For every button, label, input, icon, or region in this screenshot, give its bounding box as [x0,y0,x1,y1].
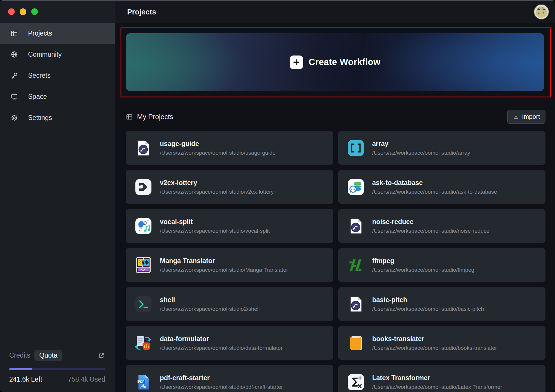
project-name: data-formulator [160,335,283,343]
chat-database-icon [347,179,364,195]
import-label: Import [522,113,540,121]
sidebar-item-settings[interactable]: Settings [0,107,115,128]
project-name: basic-pitch [372,296,484,304]
project-path: /Users/az/workspace/oomol-studio/array [372,150,470,156]
project-path: /Users/az/workspace/oomol-studio/basic-p… [372,306,484,312]
sidebar-item-secrets[interactable]: Secrets [0,65,115,86]
project-path: /Users/az/workspace/oomol-studio/noise-r… [372,228,490,234]
project-name: noise-reduce [372,218,490,226]
grid-icon [10,29,18,37]
monitor-icon [10,93,18,101]
project-card-text: Latex Transformer/Users/az/workspace/oom… [372,374,502,390]
workflow-document-icon [135,140,152,156]
workflow-document-icon [347,218,364,234]
project-name: shell [160,296,260,304]
credits-tab[interactable]: Credits [9,352,30,359]
sidebar-item-space[interactable]: Space [0,86,115,107]
user-avatar[interactable] [534,4,549,20]
project-path: /Users/az/workspace/oomol-studio/Manga T… [160,267,288,273]
minimize-window-button[interactable] [20,8,26,15]
project-card-text: v2ex-lottery/Users/az/workspace/oomol-st… [160,179,274,195]
project-card-latex-transformer[interactable]: Latex Transformer/Users/az/workspace/oom… [338,365,546,392]
project-card-ffmpeg[interactable]: ffmpeg/Users/az/workspace/oomol-studio/f… [338,248,546,282]
project-card-text: basic-pitch/Users/az/workspace/oomol-stu… [372,296,484,312]
manga-panels-icon [135,257,152,273]
latex-sigma-icon [347,374,364,391]
credits-left-value: 241.6k Left [9,376,42,383]
project-card-text: array/Users/az/workspace/oomol-studio/ar… [372,140,470,156]
credits-numbers: 241.6k Left 758.4k Used [9,376,105,383]
grid-icon [126,113,133,121]
project-name: usage-guide [160,140,275,148]
project-name: Manga Translator [160,257,288,265]
create-workflow-label: Create Workflow [309,57,381,67]
window-controls [0,1,115,23]
project-name: ffmpeg [372,257,474,265]
download-icon [513,113,519,121]
project-path: /Users/az/workspace/oomol-studio2/shell [160,306,260,312]
app-window: ProjectsCommunitySecretsSpaceSettings Cr… [0,0,555,392]
sidebar-item-community[interactable]: Community [0,44,115,65]
project-card-text: ffmpeg/Users/az/workspace/oomol-studio/f… [372,257,474,273]
project-card-noise-reduce[interactable]: noise-reduce/Users/az/workspace/oomol-st… [338,209,546,243]
project-card-manga-translator[interactable]: Manga Translator/Users/az/workspace/oomo… [126,248,333,282]
project-card-basic-pitch[interactable]: basic-pitch/Users/az/workspace/oomol-stu… [338,287,546,321]
project-card-text: data-formulator/Users/az/workspace/oomol… [160,335,283,351]
close-window-button[interactable] [8,8,15,15]
project-card-books-translater[interactable]: books-translater/Users/az/workspace/oomo… [338,326,546,360]
project-card-ask-to-database[interactable]: ask-to-database/Users/az/workspace/oomol… [338,170,546,204]
project-path: /Users/az/workspace/oomol-studio/data-fo… [160,345,283,351]
my-projects-title: My Projects [137,113,173,121]
header: Projects [115,1,555,23]
quota-progress-bar [9,368,105,370]
plus-icon [290,56,303,69]
project-card-usage-guide[interactable]: usage-guide/Users/az/workspace/oomol-stu… [126,131,333,165]
project-path: /Users/az/workspace/oomol-studio/ask-to-… [372,189,497,195]
workflow-document-icon [347,296,364,313]
sidebar-item-label: Settings [28,114,52,122]
import-button[interactable]: Import [507,110,545,124]
project-path: /Users/az/workspace/oomol-studio/Latex T… [372,384,502,390]
project-name: vocal-split [160,218,270,226]
page-title: Projects [127,8,156,16]
project-card-text: Manga Translator/Users/az/workspace/oomo… [160,257,288,273]
sidebar-item-label: Space [28,93,47,101]
key-icon [10,72,18,79]
project-name: array [372,140,470,148]
sidebar-item-label: Projects [28,29,52,37]
v2ex-arrow-icon [135,179,152,195]
my-projects-header: My Projects Import [126,110,545,124]
pdf-document-icon: PDF [135,374,152,391]
project-card-shell[interactable]: shell/Users/az/workspace/oomol-studio2/s… [126,287,333,321]
project-path: /Users/az/workspace/oomol-studio/vocal-s… [160,228,270,234]
project-card-text: books-translater/Users/az/workspace/oomo… [372,335,497,351]
project-card-text: pdf-craft-starter/Users/az/workspace/oom… [160,374,283,390]
project-card-v2ex-lottery[interactable]: v2ex-lottery/Users/az/workspace/oomol-st… [126,170,333,204]
project-card-text: vocal-split/Users/az/workspace/oomol-stu… [160,218,270,234]
create-workflow-button[interactable]: Create Workflow [126,33,544,91]
project-card-data-formulator[interactable]: data-formulator/Users/az/workspace/oomol… [126,326,333,360]
quota-progress-fill [9,368,32,370]
quota-tab[interactable]: Quota [34,350,62,361]
project-card-text: ask-to-database/Users/az/workspace/oomol… [372,179,497,195]
project-name: ask-to-database [372,179,497,187]
sidebar-item-label: Secrets [28,72,51,79]
sidebar-item-projects[interactable]: Projects [0,23,115,44]
sidebar-item-label: Community [28,51,62,58]
external-link-icon[interactable] [98,352,105,359]
credits-panel: Credits Quota 241.6k Left 758.4k Used [0,350,115,392]
brackets-icon [347,140,364,156]
terminal-icon [135,296,152,313]
project-card-vocal-split[interactable]: vocal-split/Users/az/workspace/oomol-stu… [126,209,333,243]
project-card-array[interactable]: array/Users/az/workspace/oomol-studio/ar… [338,131,546,165]
fullscreen-window-button[interactable] [31,8,38,15]
main-area: Projects Create Workflow My Projects Imp… [115,1,555,392]
gear-icon [10,114,18,122]
project-path: /Users/az/workspace/oomol-studio/books-t… [372,345,497,351]
vocal-split-icon [135,218,152,234]
sidebar-nav: ProjectsCommunitySecretsSpaceSettings [0,23,115,128]
project-name: v2ex-lottery [160,179,274,187]
annotation-highlight-box: Create Workflow [121,27,551,97]
project-card-text: shell/Users/az/workspace/oomol-studio2/s… [160,296,260,312]
project-card-pdf-craft-starter[interactable]: PDFpdf-craft-starter/Users/az/workspace/… [126,365,333,392]
